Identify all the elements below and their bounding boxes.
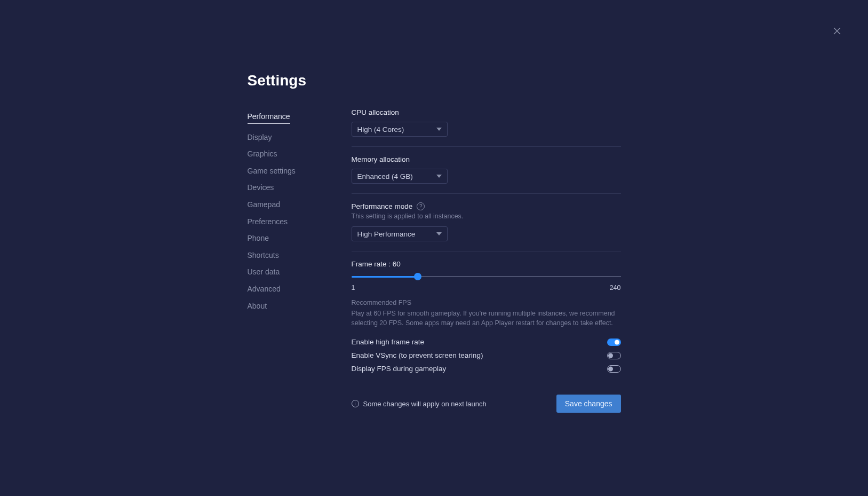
cpu-allocation-label: CPU allocation bbox=[352, 108, 621, 116]
toggle-label: Enable VSync (to prevent screen tearing) bbox=[352, 351, 483, 359]
toggle-row: Display FPS during gameplay bbox=[352, 362, 621, 375]
sidebar-item-performance[interactable]: Performance bbox=[248, 108, 290, 124]
toggle-row: Enable VSync (to prevent screen tearing) bbox=[352, 349, 621, 362]
toggle-label: Enable high frame rate bbox=[352, 338, 425, 346]
save-changes-button[interactable]: Save changes bbox=[556, 395, 621, 413]
chevron-down-icon bbox=[436, 127, 442, 132]
close-button[interactable] bbox=[832, 26, 842, 36]
cpu-allocation-select[interactable]: High (4 Cores) bbox=[352, 122, 448, 137]
frame-rate-section: Frame rate : 60 1 240 Recommended FPS Pl… bbox=[352, 260, 621, 375]
settings-sidebar: PerformanceDisplayGraphicsGame settingsD… bbox=[248, 108, 352, 413]
slider-thumb[interactable] bbox=[414, 273, 421, 280]
sidebar-item-phone[interactable]: Phone bbox=[248, 230, 352, 247]
chevron-down-icon bbox=[436, 231, 442, 237]
toggle-label: Display FPS during gameplay bbox=[352, 365, 447, 373]
performance-mode-section: Performance mode ? This setting is appli… bbox=[352, 202, 621, 251]
info-icon: i bbox=[352, 400, 359, 407]
launch-notice: i Some changes will apply on next launch bbox=[352, 400, 487, 408]
cpu-allocation-section: CPU allocation High (4 Cores) bbox=[352, 108, 621, 147]
toggle-switch[interactable] bbox=[607, 352, 621, 359]
sidebar-item-user-data[interactable]: User data bbox=[248, 264, 352, 281]
recommended-fps-body: Play at 60 FPS for smooth gameplay. If y… bbox=[352, 309, 621, 328]
sidebar-item-devices[interactable]: Devices bbox=[248, 179, 352, 196]
memory-allocation-section: Memory allocation Enhanced (4 GB) bbox=[352, 155, 621, 194]
help-icon[interactable]: ? bbox=[417, 202, 425, 210]
memory-allocation-label: Memory allocation bbox=[352, 155, 621, 163]
toggle-knob bbox=[608, 366, 613, 371]
memory-allocation-select[interactable]: Enhanced (4 GB) bbox=[352, 169, 448, 184]
frame-rate-slider[interactable] bbox=[352, 273, 621, 281]
frame-rate-label: Frame rate : 60 bbox=[352, 260, 621, 268]
toggle-knob bbox=[615, 340, 619, 344]
svg-marker-4 bbox=[436, 232, 442, 235]
toggle-knob bbox=[608, 353, 613, 358]
performance-mode-label: Performance mode bbox=[352, 202, 413, 210]
performance-mode-value: High Performance bbox=[357, 230, 416, 238]
sidebar-item-display[interactable]: Display bbox=[248, 129, 352, 146]
close-icon bbox=[833, 27, 841, 35]
toggle-row: Enable high frame rate bbox=[352, 335, 621, 349]
toggle-switch[interactable] bbox=[607, 338, 621, 346]
sidebar-item-about[interactable]: About bbox=[248, 298, 352, 315]
sidebar-item-gamepad[interactable]: Gamepad bbox=[248, 196, 352, 214]
performance-mode-select[interactable]: High Performance bbox=[352, 226, 448, 241]
sidebar-item-advanced[interactable]: Advanced bbox=[248, 281, 352, 298]
chevron-down-icon bbox=[436, 174, 442, 179]
slider-max-label: 240 bbox=[610, 284, 621, 292]
sidebar-item-preferences[interactable]: Preferences bbox=[248, 214, 352, 231]
toggle-switch[interactable] bbox=[607, 365, 621, 373]
svg-marker-2 bbox=[436, 128, 442, 131]
performance-mode-sub: This setting is applied to all instances… bbox=[352, 212, 621, 220]
sidebar-item-shortcuts[interactable]: Shortcuts bbox=[248, 247, 352, 264]
slider-min-label: 1 bbox=[352, 284, 355, 292]
sidebar-item-game-settings[interactable]: Game settings bbox=[248, 163, 352, 180]
cpu-allocation-value: High (4 Cores) bbox=[357, 125, 404, 133]
launch-notice-text: Some changes will apply on next launch bbox=[363, 400, 487, 408]
settings-content: CPU allocation High (4 Cores) Memory all… bbox=[352, 108, 621, 413]
svg-marker-3 bbox=[436, 175, 442, 178]
memory-allocation-value: Enhanced (4 GB) bbox=[357, 172, 413, 180]
sidebar-item-graphics[interactable]: Graphics bbox=[248, 146, 352, 163]
page-title: Settings bbox=[248, 72, 621, 89]
recommended-fps-title: Recommended FPS bbox=[352, 299, 621, 306]
slider-fill bbox=[352, 276, 418, 278]
